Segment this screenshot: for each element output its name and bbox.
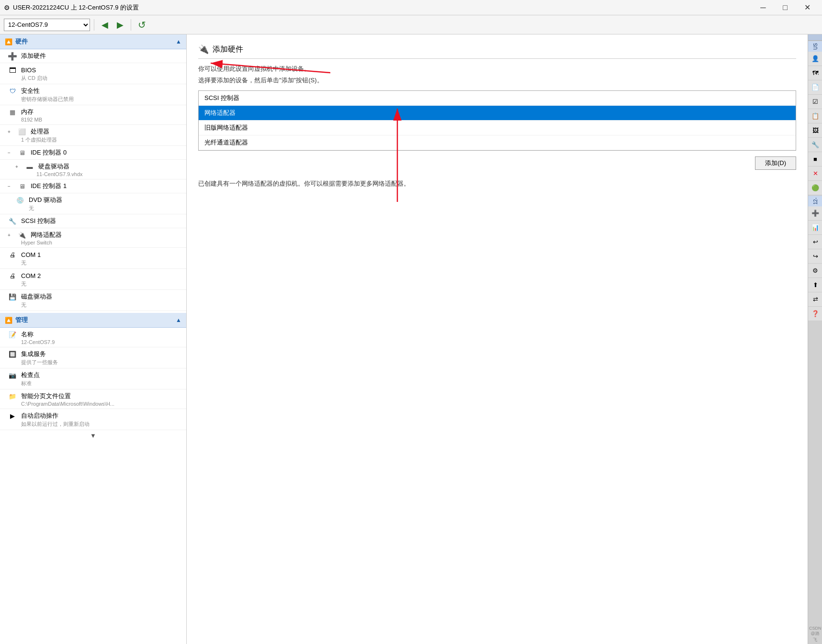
sidebar-item-memory[interactable]: ▦ 内存 8192 MB [0,105,186,125]
sidebar-item-network[interactable]: + 🔌 网络适配器 Hyper Switch [0,228,186,248]
sidebar-item-com2[interactable]: 🖨 COM 2 无 [0,269,186,290]
scsi-label: SCSI 控制器 [21,217,56,225]
integration-sub: 提供了一些服务 [8,359,179,366]
ops-btn-help[interactable]: ❓ [808,307,822,321]
dvd-label: DVD 驱动器 [29,196,62,204]
hdd-expand-icon[interactable]: + [15,164,21,169]
memory-label: 内存 [21,108,34,116]
ops-btn-doc[interactable]: 📄 [808,80,822,95]
minimize-button[interactable]: ─ [752,0,774,15]
toolbar-separator [94,19,94,31]
ops-vm-label[interactable]: 12- [808,195,822,206]
add-btn-row: 添加(D) [198,156,796,170]
management-section-header: 🔼 管理 ▲ [0,313,186,328]
panel-title: 🔌 添加硬件 [198,44,796,59]
dvd-sub: 无 [15,205,179,212]
ops-btn-task[interactable]: ☑ [808,95,822,109]
ide0-expand-icon[interactable]: − [8,150,13,155]
network-expand-icon[interactable]: + [8,233,13,238]
hdd-icon: ▬ [25,162,34,171]
diskdrive-icon: 💾 [8,292,17,301]
sidebar-item-autostart[interactable]: ▶ 自动启动操作 如果以前运行过，则重新启动 [0,409,186,430]
device-list-item-fiber[interactable]: 光纤通道适配器 [199,135,796,150]
hardware-section-header: 🔼 硬件 ▲ [0,34,186,49]
panel-desc1: 你可以使用此设置向虚拟机中添加设备。 [198,65,796,73]
checkpoint-sub: 标准 [8,380,179,387]
autostart-icon: ▶ [8,411,17,421]
sidebar-item-diskdrive[interactable]: 💾 磁盘驱动器 无 [0,290,186,311]
sidebar-item-ide0[interactable]: − 🖥 IDE 控制器 0 [0,146,186,160]
ide1-label: IDE 控制器 1 [31,182,67,190]
sidebar-item-ide1[interactable]: − 🖥 IDE 控制器 1 [0,179,186,193]
ops-btn-export[interactable]: ⬆ [808,278,822,292]
com1-icon: 🖨 [8,250,17,259]
ops-btn-list[interactable]: 📋 [808,109,822,123]
ops-btn-redo[interactable]: ↪ [808,249,822,264]
hardware-section-collapse[interactable]: ▲ [176,38,181,45]
forward-button[interactable]: ▶ [113,18,127,32]
com2-sub: 无 [8,280,179,288]
device-list-item-scsi[interactable]: SCSI 控制器 [199,91,796,106]
sidebar-item-name[interactable]: 📝 名称 12-CentOS7.9 [0,328,186,347]
ops-us-label[interactable]: US [808,41,822,52]
back-button[interactable]: ◀ [98,18,112,32]
ops-btn-user[interactable]: 👤 [808,52,822,66]
panel-title-icon: 🔌 [198,44,209,55]
device-list-item-network[interactable]: 网络适配器 [199,106,796,121]
sidebar-item-bios[interactable]: 🗖 BIOS 从 CD 启动 [0,63,186,84]
content-area: 🔼 硬件 ▲ ➕ 添加硬件 🗖 BIOS 从 CD 启动 [0,34,822,644]
ops-header-label[interactable]: 操作 [808,34,822,41]
csdn-watermark: CSDN @路飞 [808,625,822,644]
smartpaging-label: 智能分页文件位置 [21,392,71,400]
panel-note: 已创建具有一个网络适配器的虚拟机。你可以根据需要添加更多网络适配器。 [198,179,796,188]
ops-btn-undo[interactable]: ↩ [808,235,822,249]
ide1-expand-icon[interactable]: − [8,184,13,189]
bios-sub: 从 CD 启动 [8,75,179,82]
processor-expand-icon[interactable]: + [8,129,13,134]
sidebar-item-integration[interactable]: 🔲 集成服务 提供了一些服务 [0,347,186,368]
processor-sub: 1 个虚拟处理器 [8,136,179,144]
refresh-button[interactable]: ↺ [135,18,148,32]
ops-btn-map[interactable]: 🗺 [808,66,822,80]
sidebar-item-processor[interactable]: + ⬜ 处理器 1 个虚拟处理器 [0,125,186,146]
ops-btn-stop[interactable]: ■ [808,152,822,167]
sidebar-item-add-hardware[interactable]: ➕ 添加硬件 [0,49,186,63]
sidebar-item-dvd[interactable]: 💿 DVD 驱动器 无 [0,193,186,214]
processor-label: 处理器 [31,127,49,136]
ops-btn-start[interactable]: 🟢 [808,181,822,195]
sidebar-scroll-down[interactable]: ▼ [0,430,186,441]
ops-btn-chart[interactable]: 📊 [808,221,822,235]
toolbar: 12-CentOS7.9 ◀ ▶ ↺ [0,15,822,34]
management-section-label: 管理 [15,316,28,324]
close-button[interactable]: ✕ [796,0,818,15]
ops-btn-config[interactable]: ⚙ [808,264,822,278]
sidebar-item-smartpaging[interactable]: 📁 智能分页文件位置 C:\ProgramData\Microsoft\Wind… [0,389,186,409]
ide0-icon: 🖥 [17,148,27,157]
toolbar-separator2 [131,19,131,31]
ops-btn-add[interactable]: ➕ [808,206,822,221]
window-controls: ─ □ ✕ [752,0,818,15]
sidebar-item-security[interactable]: 🛡 安全性 密钥存储驱动器已禁用 [0,84,186,105]
sidebar-item-hdd[interactable]: + ▬ 硬盘驱动器 11-CentOS7.9.vhdx [0,160,186,179]
sidebar-item-com1[interactable]: 🖨 COM 1 无 [0,248,186,269]
panel-desc2: 选择要添加的设备，然后单击"添加"按钮(S)。 [198,76,796,85]
checkpoint-icon: 📷 [8,370,17,380]
sidebar-item-checkpoint[interactable]: 📷 检查点 标准 [0,368,186,389]
title-bar-text: USER-20221224CU 上 12-CentOS7.9 的设置 [13,3,752,12]
com2-label: COM 2 [21,272,41,279]
processor-icon: ⬜ [17,127,27,136]
hardware-section-label: 硬件 [15,37,28,46]
add-button[interactable]: 添加(D) [755,156,796,170]
maximize-button[interactable]: □ [774,0,796,15]
ops-btn-tool[interactable]: 🔧 [808,138,822,152]
ops-btn-img[interactable]: 🖼 [808,123,822,138]
panel-title-text: 添加硬件 [213,44,243,55]
name-sub: 12-CentOS7.9 [8,339,179,345]
checkpoint-label: 检查点 [21,371,40,379]
sidebar-item-scsi[interactable]: 🔧 SCSI 控制器 [0,214,186,228]
ops-btn-arrows[interactable]: ⇄ [808,292,822,307]
management-section-collapse[interactable]: ▲ [176,317,181,323]
vm-selector[interactable]: 12-CentOS7.9 [4,19,90,31]
device-list-item-legacy[interactable]: 旧版网络适配器 [199,121,796,135]
ops-btn-close[interactable]: ✕ [808,167,822,181]
